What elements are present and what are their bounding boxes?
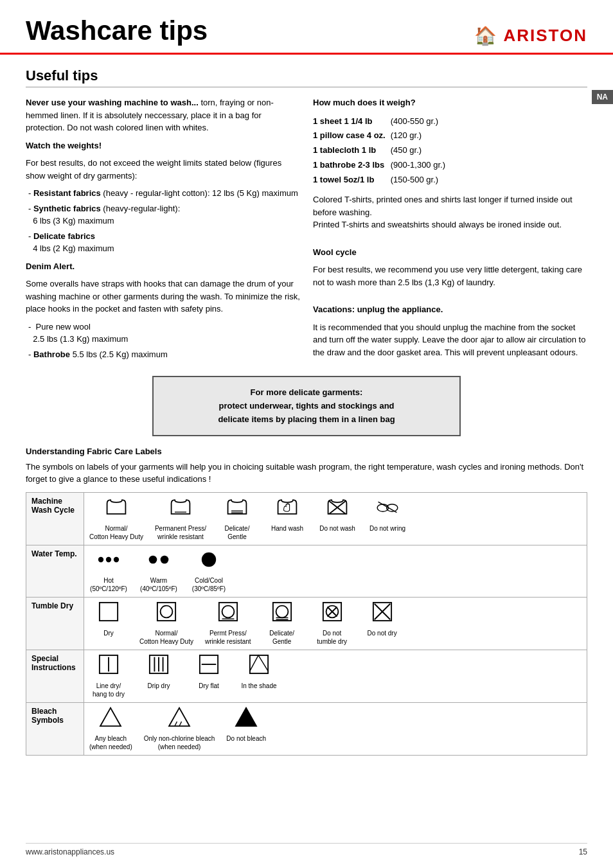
do-not-wring-icon <box>376 497 399 522</box>
weight-value: (120 gr.) <box>391 128 450 143</box>
tumble-dry-row: Tumble Dry Dry <box>26 598 587 650</box>
footer-website: www.aristonappliances.us <box>26 847 114 856</box>
symbol-hand-wash: Hand wash <box>268 497 306 533</box>
bleach-symbols-row: Bleach Symbols Any bleach(when needed) <box>26 703 587 756</box>
symbol-hot: Hot(50ºC/120ºF) <box>89 549 128 594</box>
main-content: Useful tips Never use your washing machi… <box>0 55 613 768</box>
bathrobe-item: Bathrobe 5.5 lbs (2.5 Kg) maximum <box>28 348 300 361</box>
weight-value: (400-550 gr.) <box>391 114 450 129</box>
cold-icon <box>197 549 220 574</box>
symbol-in-shade: In the shade <box>240 654 278 690</box>
water-temp-symbols: Hot(50ºC/120ºF) Warm(40ºC/105ºF) <box>84 545 587 598</box>
never-use-paragraph: Never use your washing machine to wash..… <box>26 96 300 134</box>
no-bleach-icon <box>235 707 258 732</box>
svg-point-13 <box>202 552 216 566</box>
special-instructions-header: Special Instructions <box>26 650 84 703</box>
tumble-dry-icon <box>97 601 120 626</box>
hand-wash-icon <box>276 497 299 522</box>
do-not-wash-icon <box>326 497 349 522</box>
do-not-dry-label: Do not dry <box>368 629 397 637</box>
symbol-tumble-dry: Dry <box>89 601 128 637</box>
symbol-do-not-wash: Do not wash <box>318 497 357 533</box>
machine-wash-header: Machine Wash Cycle <box>26 492 84 545</box>
warm-icon <box>147 549 170 574</box>
svg-marker-44 <box>236 708 256 726</box>
symbol-tumble-delicate: Delicate/Gentle <box>263 601 301 646</box>
weight-table: 1 sheet 1 1/4 lb (400-550 gr.) 1 pillow … <box>313 114 587 188</box>
tumble-normal-icon <box>155 601 178 626</box>
tumble-delicate-label: Delicate/Gentle <box>269 629 294 646</box>
no-tumble-icon <box>321 601 344 626</box>
machine-wash-row: Machine Wash Cycle Normal/Cotton Heavy D… <box>26 492 587 545</box>
symbol-no-tumble: Do nottumble dry <box>313 601 351 646</box>
normal-cotton-icon <box>105 497 128 522</box>
tumble-delicate-icon <box>271 601 294 626</box>
denim-heading: Denim Alert. <box>26 260 300 273</box>
hand-wash-label: Hand wash <box>271 524 303 533</box>
drip-dry-label: Drip dry <box>147 682 170 690</box>
weight-row: 1 bathrobe 2-3 lbs (900-1,300 gr.) <box>313 158 450 173</box>
useful-tips-title: Useful tips <box>26 67 587 87</box>
symbol-warm: Warm(40ºC/105ºF) <box>139 549 178 594</box>
svg-point-16 <box>161 606 173 618</box>
symbol-dry-flat: Dry flat <box>190 654 228 690</box>
symbols-row-bleach: Any bleach(when needed) On <box>89 707 582 751</box>
logo-text: ARISTON <box>503 26 587 46</box>
cold-label: Cold/Cool(30ºC/85ºF) <box>192 576 226 593</box>
header: Washcare tips 🏠 ARISTON <box>0 0 613 55</box>
weight-row: 1 pillow case 4 oz. (120 gr.) <box>313 128 450 143</box>
highlight-box: For more delicate garments:protect under… <box>152 376 461 436</box>
svg-point-11 <box>149 555 157 563</box>
tumble-dry-symbols: Dry Normal/Cotton Heavy Duty <box>84 598 587 650</box>
symbol-normal-cotton: Normal/Cotton Heavy Duty <box>89 497 143 541</box>
page-title: Washcare tips <box>26 15 208 46</box>
drip-dry-icon <box>147 654 170 679</box>
watch-weights-text: For best results, do not exceed the weig… <box>26 157 300 182</box>
weight-value: (450 gr.) <box>391 143 450 158</box>
any-bleach-label: Any bleach(when needed) <box>89 734 132 751</box>
understanding-title: Understanding Fabric Care Labels <box>26 445 587 458</box>
svg-marker-41 <box>169 708 190 726</box>
footer: www.aristonappliances.us 15 <box>26 843 587 856</box>
special-instructions-symbols: Line dry/hang to dry <box>84 650 587 703</box>
wool-heading: Wool cycle <box>313 246 587 259</box>
symbol-line-dry: Line dry/hang to dry <box>89 654 128 698</box>
weight-value: (150-500 gr.) <box>391 173 450 188</box>
hot-icon <box>97 549 120 574</box>
svg-point-12 <box>161 555 169 563</box>
delicate-icon <box>226 497 249 522</box>
water-temp-header: Water Temp. <box>26 545 84 598</box>
svg-line-42 <box>175 722 177 726</box>
weight-item: 1 tablecloth 1 lb <box>313 143 391 158</box>
water-temp-row: Water Temp. Hot(50º <box>26 545 587 598</box>
in-shade-icon <box>247 654 271 679</box>
in-shade-label: In the shade <box>241 682 276 690</box>
weight-item: 1 sheet 1 1/4 lb <box>313 114 391 129</box>
never-use-heading: Never use your washing machine to wash..… <box>26 98 199 107</box>
do-not-dry-icon <box>371 601 394 626</box>
right-column: How much does it weigh? 1 sheet 1 1/4 lb… <box>313 96 587 366</box>
understanding-desc: The symbols on labels of your garments w… <box>26 461 587 486</box>
denim-text: Some overalls have straps with hooks tha… <box>26 278 300 315</box>
svg-point-9 <box>106 556 111 562</box>
no-tumble-label: Do nottumble dry <box>317 629 347 646</box>
symbol-perm-press: Permanent Press/wrinkle resistant <box>155 497 206 541</box>
warm-label: Warm(40ºC/105ºF) <box>140 576 177 593</box>
watch-weights-heading: Watch the weights! <box>26 139 300 152</box>
weight-heading: How much does it weigh? <box>313 96 587 109</box>
care-table: Machine Wash Cycle Normal/Cotton Heavy D… <box>26 492 587 756</box>
wool-list: Pure new wool 2.5 lbs (1.3 Kg) maximum B… <box>26 321 300 361</box>
svg-line-43 <box>179 722 182 726</box>
tumble-perm-label: Permt Press/wrinkle resistant <box>205 629 251 646</box>
bleach-symbols-header: Bleach Symbols <box>26 703 84 756</box>
weight-item: 1 pillow case 4 oz. <box>313 128 391 143</box>
delicate-label: Delicate/Gentle <box>225 524 250 541</box>
perm-press-icon <box>169 497 192 522</box>
symbols-row-special: Line dry/hang to dry <box>89 654 582 698</box>
special-instructions-row: Special Instructions Line dry/hang to <box>26 650 587 703</box>
symbols-row: Normal/Cotton Heavy Duty Permanent Press… <box>89 497 582 541</box>
fabric-item-synthetic: Synthetic fabrics (heavy-regular-light):… <box>28 202 300 227</box>
weight-data-table: 1 sheet 1 1/4 lb (400-550 gr.) 1 pillow … <box>313 114 450 188</box>
page: Washcare tips 🏠 ARISTON NA Useful tips N… <box>0 0 613 868</box>
perm-press-label: Permanent Press/wrinkle resistant <box>155 524 206 541</box>
